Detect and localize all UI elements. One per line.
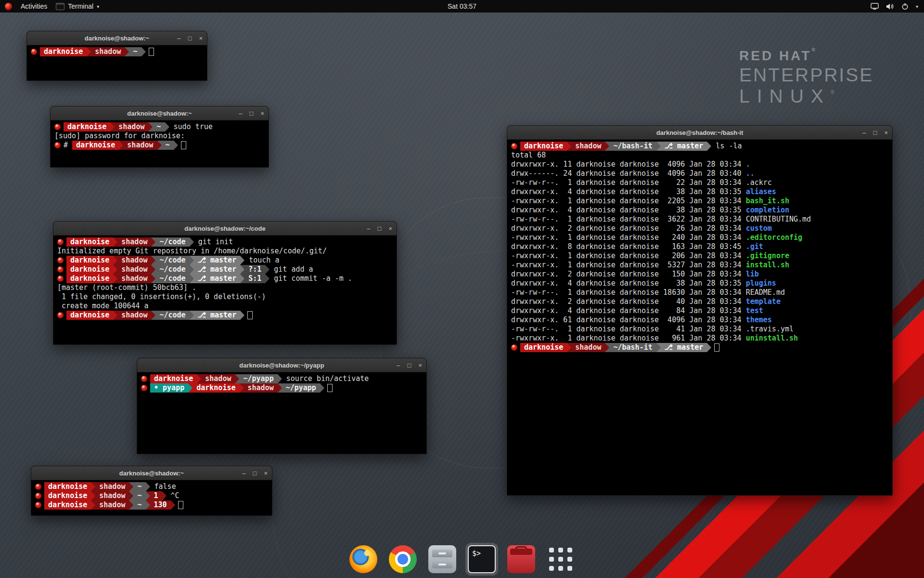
maximize-button[interactable]: □ [873,130,877,136]
terminal-text: drwxrwxr-x. 8 darknoise darknoise 163 Ja… [511,242,746,251]
terminal-line: darknoiseshadow~/code⎇ masterS:1 git com… [57,274,393,283]
prompt-segment-git: ⎇ master [661,343,707,352]
prompt-segment-host: shadow [95,482,129,491]
powerline-arrow-icon [197,374,201,383]
prompt-segment-git: ⎇ master [194,274,241,283]
terminal-line: total 68 [511,151,888,160]
powerline-arrow-icon [240,274,244,283]
terminal-text: -rwxrwxr-x. 1 darknoise darknoise 206 Ja… [511,251,746,260]
close-button[interactable]: × [884,130,888,136]
terminal-line: darknoiseshadow~1 ^C [35,491,268,500]
close-button[interactable]: × [260,110,264,117]
maximize-button[interactable]: □ [378,225,382,232]
dock-item-toolbox[interactable] [507,545,535,573]
minimize-button[interactable]: – [239,110,242,117]
terminal-body[interactable]: darknoiseshadow~/pyapp source bin/activa… [137,372,426,454]
prompt-segment-path: ~/pyapp [282,383,320,393]
terminal-line: drwxrwxr-x. 11 darknoise darknoise 4096 … [511,160,888,169]
window-titlebar[interactable]: darknoise@shadow:~/code – □ × [53,222,397,236]
close-button[interactable]: × [199,35,203,41]
prompt-segment-user: darknoise [66,311,113,320]
powerline-arrow-icon [656,343,661,352]
terminal-body[interactable]: darknoiseshadow~/code git initInitialize… [53,236,397,345]
minimize-button[interactable]: – [397,362,400,368]
window-titlebar[interactable]: darknoise@shadow:~ – □ × [51,106,269,120]
dock-item-files[interactable] [428,545,456,573]
terminal-line: -rwxrwxr-x. 1 darknoise darknoise 2205 J… [511,197,888,206]
window-titlebar[interactable]: darknoise@shadow:~/bash-it – □ × [507,126,892,140]
prompt-segment-user: darknoise [44,491,91,500]
powerline-arrow-icon [320,383,324,393]
terminal-text: drwx------. 24 darknoise darknoise 4096 … [511,169,746,178]
file-name-blue: template [746,297,781,306]
powerline-arrow-icon [656,142,661,151]
powerline-arrow-icon [240,256,244,265]
minimize-button[interactable]: – [862,130,866,136]
system-tray[interactable]: ▾ [871,3,924,10]
powerline-arrow-icon [113,256,117,265]
terminal-line: -rw-rw-r--. 1 darknoise darknoise 3622 J… [511,215,888,224]
powerline-arrow-icon [113,274,117,283]
terminal-body[interactable]: darknoiseshadow~ [27,45,207,81]
terminal-text: -rwxrwxr-x. 1 darknoise darknoise 961 Ja… [511,334,746,342]
powerline-arrow-icon [567,343,571,352]
window-titlebar[interactable]: darknoise@shadow:~ – □ × [31,466,272,480]
close-button[interactable]: × [264,470,268,476]
terminal-text: -rw-rw-r--. 1 darknoise darknoise 18630 … [511,288,785,297]
window-title: darknoise@shadow:~ [85,35,149,42]
terminal-line: [sudo] password for darknoise: [54,131,265,141]
prompt-segment-user: darknoise [66,237,113,247]
maximize-button[interactable]: □ [408,362,411,368]
minimize-button[interactable]: – [177,35,180,41]
terminal-text: drwxrwxr-x. 2 darknoise darknoise 150 Ja… [511,270,746,278]
prompt-icon [54,124,61,130]
terminal-line: darknoiseshadow~/code⎇ master [57,311,393,320]
prompt-icon [35,484,41,490]
terminal-line: # darknoiseshadow~ [54,141,265,150]
activities-button[interactable]: Activities [21,2,47,10]
dock-item-firefox[interactable] [349,545,377,573]
file-name-green: .gitignore [746,251,789,260]
close-button[interactable]: × [388,225,392,232]
terminal-line: drwxrwxr-x. 4 darknoise darknoise 38 Jan… [511,279,888,288]
maximize-button[interactable]: □ [250,110,254,117]
terminal-text: -rwxrwxr-x. 1 darknoise darknoise 5327 J… [511,261,746,269]
terminal-text: touch a [244,256,279,264]
prompt-segment-user: darknoise [44,482,91,491]
file-name-blue: .. [746,169,755,178]
dock-item-app-grid[interactable] [547,545,575,573]
terminal-body[interactable]: darknoiseshadow~ falsedarknoiseshadow~1 … [31,480,272,516]
window-titlebar[interactable]: darknoise@shadow:~/pyapp – □ × [137,358,426,372]
minimize-button[interactable]: – [242,470,245,476]
terminal-text: ls -la [711,142,742,150]
prompt-segment-host: shadow [117,256,151,265]
powerline-arrow-icon [146,500,150,510]
powerline-arrow-icon [146,491,150,500]
window-title: darknoise@shadow:~/pyapp [239,362,324,369]
prompt-segment-user: darknoise [44,500,91,510]
window-title: darknoise@shadow:~ [119,470,184,477]
prompt-segment-user: darknoise [64,122,110,131]
logo-enterprise: ENTERPRISE [739,65,873,86]
terminal-body[interactable]: darknoiseshadow~ sudo true[sudo] passwor… [51,120,269,168]
chevron-down-icon: ▾ [97,4,99,9]
dock-item-terminal[interactable]: $> [468,545,496,573]
prompt-segment-path: ~/code [155,311,189,320]
powerline-arrow-icon [190,265,194,274]
prompt-icon [35,502,41,508]
maximize-button[interactable]: □ [253,470,257,476]
prompt-icon [57,239,64,245]
close-button[interactable]: × [418,362,422,368]
minimize-button[interactable]: – [367,225,370,232]
dock-item-chrome[interactable] [389,545,417,573]
clock[interactable]: Sat 03:57 [0,2,924,10]
terminal-body[interactable]: darknoiseshadow~/bash-it⎇ master ls -lat… [507,140,892,496]
powerline-arrow-icon [113,237,117,247]
prompt-segment-host: shadow [115,122,148,131]
prompt-segment-host: shadow [123,141,157,150]
terminal-line: drwxrwxr-x. 4 darknoise darknoise 84 Jan… [511,306,888,315]
file-name-blue: plugins [746,279,776,288]
maximize-button[interactable]: □ [188,35,192,41]
window-titlebar[interactable]: darknoise@shadow:~ – □ × [27,31,207,45]
app-menu[interactable]: Terminal ▾ [56,2,99,10]
